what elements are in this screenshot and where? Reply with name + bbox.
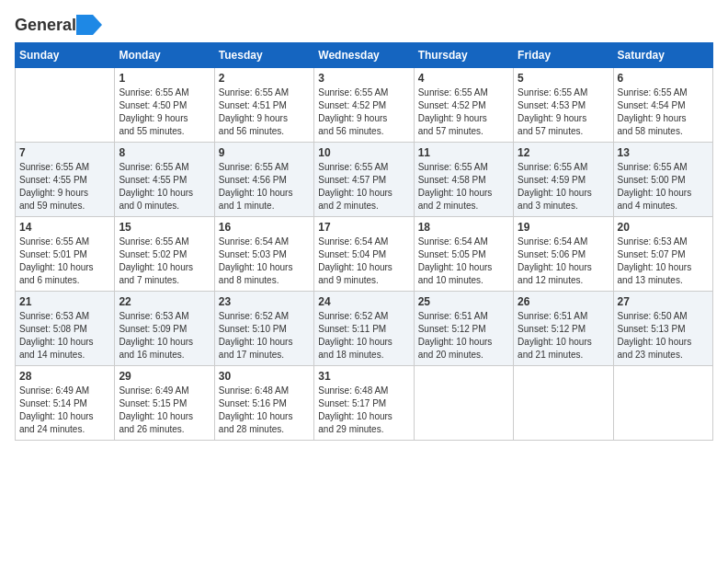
day-info: Sunrise: 6:55 AM Sunset: 4:53 PM Dayligh… [518,86,609,138]
day-info: Sunrise: 6:50 AM Sunset: 5:13 PM Dayligh… [618,310,709,362]
day-number: 2 [219,72,310,85]
calendar-cell: 12Sunrise: 6:55 AM Sunset: 4:59 PM Dayli… [514,143,613,217]
day-info: Sunrise: 6:53 AM Sunset: 5:08 PM Dayligh… [19,310,110,362]
day-info: Sunrise: 6:48 AM Sunset: 5:17 PM Dayligh… [318,385,409,436]
day-number: 3 [318,72,409,85]
calendar-cell: 27Sunrise: 6:50 AM Sunset: 5:13 PM Dayli… [613,292,712,366]
day-number: 5 [518,72,609,85]
calendar-cell: 28Sunrise: 6:49 AM Sunset: 5:14 PM Dayli… [16,366,115,441]
weekday-header-saturday: Saturday [613,43,712,68]
calendar-cell: 7Sunrise: 6:55 AM Sunset: 4:55 PM Daylig… [16,143,115,217]
calendar-cell: 1Sunrise: 6:55 AM Sunset: 4:50 PM Daylig… [115,68,214,143]
calendar-cell: 4Sunrise: 6:55 AM Sunset: 4:52 PM Daylig… [414,68,513,143]
day-info: Sunrise: 6:49 AM Sunset: 5:15 PM Dayligh… [119,385,210,436]
calendar-week-row: 14Sunrise: 6:55 AM Sunset: 5:01 PM Dayli… [16,217,713,292]
day-info: Sunrise: 6:55 AM Sunset: 4:51 PM Dayligh… [219,86,310,138]
calendar-cell: 17Sunrise: 6:54 AM Sunset: 5:04 PM Dayli… [314,217,414,292]
weekday-header-sunday: Sunday [16,43,115,68]
weekday-header-wednesday: Wednesday [314,43,414,68]
day-number: 1 [119,72,210,85]
day-number: 28 [19,370,110,383]
weekday-header-monday: Monday [115,43,214,68]
calendar-cell: 22Sunrise: 6:53 AM Sunset: 5:09 PM Dayli… [115,292,214,366]
day-info: Sunrise: 6:54 AM Sunset: 5:04 PM Dayligh… [318,236,409,287]
day-number: 22 [119,295,210,308]
calendar-cell: 11Sunrise: 6:55 AM Sunset: 4:58 PM Dayli… [414,143,513,217]
calendar-cell: 14Sunrise: 6:55 AM Sunset: 5:01 PM Dayli… [16,217,115,292]
calendar-cell [16,68,115,143]
weekday-header-thursday: Thursday [414,43,513,68]
calendar-cell: 2Sunrise: 6:55 AM Sunset: 4:51 PM Daylig… [214,68,313,143]
calendar-cell: 23Sunrise: 6:52 AM Sunset: 5:10 PM Dayli… [214,292,313,366]
day-number: 12 [518,146,609,159]
day-info: Sunrise: 6:55 AM Sunset: 4:55 PM Dayligh… [19,161,110,213]
day-info: Sunrise: 6:52 AM Sunset: 5:10 PM Dayligh… [219,310,310,362]
day-info: Sunrise: 6:54 AM Sunset: 5:06 PM Dayligh… [518,236,609,287]
day-info: Sunrise: 6:54 AM Sunset: 5:05 PM Dayligh… [418,236,509,287]
weekday-header-row: SundayMondayTuesdayWednesdayThursdayFrid… [16,43,713,68]
calendar-week-row: 1Sunrise: 6:55 AM Sunset: 4:50 PM Daylig… [16,68,713,143]
day-number: 31 [318,370,409,383]
day-number: 7 [19,146,110,159]
page-header: General [15,15,713,31]
day-number: 4 [418,72,509,85]
calendar-cell: 9Sunrise: 6:55 AM Sunset: 4:56 PM Daylig… [214,143,313,217]
day-info: Sunrise: 6:53 AM Sunset: 5:07 PM Dayligh… [618,236,709,287]
day-info: Sunrise: 6:55 AM Sunset: 4:59 PM Dayligh… [518,161,609,213]
weekday-header-friday: Friday [514,43,613,68]
calendar-cell: 24Sunrise: 6:52 AM Sunset: 5:11 PM Dayli… [314,292,414,366]
calendar-week-row: 7Sunrise: 6:55 AM Sunset: 4:55 PM Daylig… [16,143,713,217]
calendar-cell: 5Sunrise: 6:55 AM Sunset: 4:53 PM Daylig… [514,68,613,143]
calendar-table: SundayMondayTuesdayWednesdayThursdayFrid… [15,42,713,441]
day-number: 17 [318,221,409,234]
day-number: 15 [119,221,210,234]
calendar-cell: 21Sunrise: 6:53 AM Sunset: 5:08 PM Dayli… [16,292,115,366]
logo: General [15,15,102,31]
day-number: 6 [618,72,709,85]
calendar-cell: 18Sunrise: 6:54 AM Sunset: 5:05 PM Dayli… [414,217,513,292]
calendar-week-row: 21Sunrise: 6:53 AM Sunset: 5:08 PM Dayli… [16,292,713,366]
day-number: 18 [418,221,509,234]
day-number: 9 [219,146,310,159]
day-number: 23 [219,295,310,308]
calendar-cell: 8Sunrise: 6:55 AM Sunset: 4:55 PM Daylig… [115,143,214,217]
calendar-cell: 13Sunrise: 6:55 AM Sunset: 5:00 PM Dayli… [613,143,712,217]
day-info: Sunrise: 6:55 AM Sunset: 4:58 PM Dayligh… [418,161,509,213]
day-info: Sunrise: 6:55 AM Sunset: 4:56 PM Dayligh… [219,161,310,213]
day-info: Sunrise: 6:53 AM Sunset: 5:09 PM Dayligh… [119,310,210,362]
day-info: Sunrise: 6:55 AM Sunset: 4:54 PM Dayligh… [618,86,709,138]
calendar-cell: 10Sunrise: 6:55 AM Sunset: 4:57 PM Dayli… [314,143,414,217]
calendar-cell: 20Sunrise: 6:53 AM Sunset: 5:07 PM Dayli… [613,217,712,292]
day-number: 25 [418,295,509,308]
day-info: Sunrise: 6:55 AM Sunset: 4:57 PM Dayligh… [318,161,409,213]
day-number: 21 [19,295,110,308]
weekday-header-tuesday: Tuesday [214,43,313,68]
calendar-week-row: 28Sunrise: 6:49 AM Sunset: 5:14 PM Dayli… [16,366,713,441]
logo-icon [76,15,102,35]
calendar-cell [613,366,712,441]
calendar-cell: 16Sunrise: 6:54 AM Sunset: 5:03 PM Dayli… [214,217,313,292]
svg-marker-0 [76,15,102,35]
day-info: Sunrise: 6:55 AM Sunset: 4:50 PM Dayligh… [119,86,210,138]
day-info: Sunrise: 6:49 AM Sunset: 5:14 PM Dayligh… [19,385,110,436]
calendar-cell: 19Sunrise: 6:54 AM Sunset: 5:06 PM Dayli… [514,217,613,292]
calendar-cell: 25Sunrise: 6:51 AM Sunset: 5:12 PM Dayli… [414,292,513,366]
day-number: 10 [318,146,409,159]
day-number: 26 [518,295,609,308]
day-number: 24 [318,295,409,308]
day-info: Sunrise: 6:54 AM Sunset: 5:03 PM Dayligh… [219,236,310,287]
day-info: Sunrise: 6:51 AM Sunset: 5:12 PM Dayligh… [518,310,609,362]
day-number: 11 [418,146,509,159]
day-info: Sunrise: 6:55 AM Sunset: 4:52 PM Dayligh… [318,86,409,138]
day-info: Sunrise: 6:55 AM Sunset: 5:00 PM Dayligh… [618,161,709,213]
day-number: 13 [618,146,709,159]
day-info: Sunrise: 6:51 AM Sunset: 5:12 PM Dayligh… [418,310,509,362]
day-number: 8 [119,146,210,159]
calendar-cell: 3Sunrise: 6:55 AM Sunset: 4:52 PM Daylig… [314,68,414,143]
calendar-cell: 31Sunrise: 6:48 AM Sunset: 5:17 PM Dayli… [314,366,414,441]
day-info: Sunrise: 6:55 AM Sunset: 5:02 PM Dayligh… [119,236,210,287]
day-info: Sunrise: 6:48 AM Sunset: 5:16 PM Dayligh… [219,385,310,436]
day-number: 16 [219,221,310,234]
day-number: 29 [119,370,210,383]
day-number: 19 [518,221,609,234]
